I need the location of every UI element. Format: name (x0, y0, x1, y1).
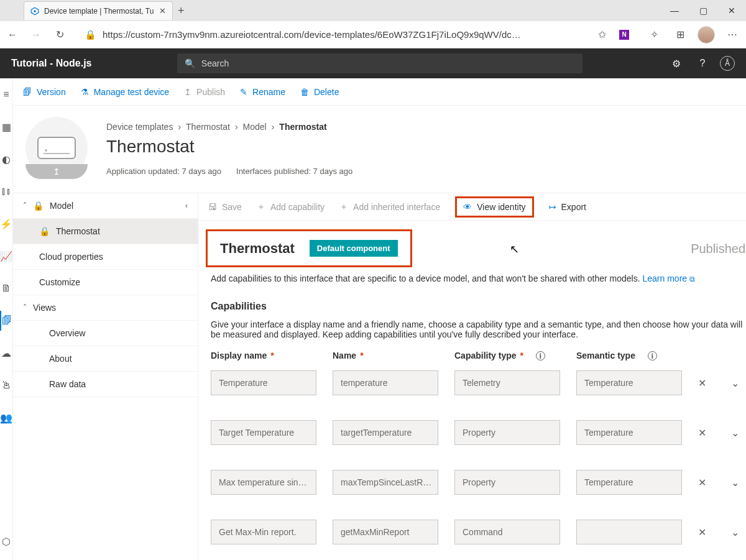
tree-node-cloud-properties[interactable]: Cloud properties (13, 244, 198, 270)
expand-row-icon[interactable]: ⌄ (731, 477, 739, 489)
chevron-up-icon: ˄ (23, 201, 27, 210)
favorites-bar-button[interactable]: ✧ (645, 29, 663, 40)
account-icon[interactable]: Å (720, 56, 735, 71)
learn-more-link[interactable]: Learn more ⧉ (643, 273, 695, 283)
rail-analytics-icon[interactable]: ⫿⫾ (0, 181, 12, 201)
delete-row-icon[interactable]: ✕ (698, 427, 706, 439)
rail-menu-icon[interactable]: ≡ (0, 85, 12, 104)
expand-row-icon[interactable]: ⌄ (731, 377, 739, 389)
semantic-type-select[interactable] (576, 520, 682, 544)
profile-avatar[interactable] (698, 26, 715, 44)
rail-devices-icon[interactable]: ◐ (0, 149, 12, 169)
version-button[interactable]: 🗐Version (23, 87, 66, 97)
manage-test-device-button[interactable]: ⚗Manage test device (81, 87, 169, 97)
tree-node-overview[interactable]: Overview (13, 321, 198, 346)
rename-button[interactable]: ✎Rename (240, 87, 285, 97)
capabilities-description: Give your interface a display name and a… (198, 316, 746, 351)
upload-icon: ↥ (184, 87, 191, 97)
settings-icon[interactable]: ⚙ (668, 58, 685, 70)
info-icon[interactable]: i (536, 351, 545, 360)
name-input[interactable]: maxTempSinceLastR… (333, 470, 438, 495)
expand-row-icon[interactable]: ⌄ (731, 427, 739, 439)
save-button: 🖫Save (208, 202, 242, 212)
capabilities-heading: Capabilities (198, 283, 746, 316)
capability-row: Get Max-Min report. getMaxMinReport Comm… (211, 520, 746, 544)
template-avatar: ↥ (25, 117, 88, 179)
publish-button: ↥Publish (184, 87, 225, 97)
close-window-button[interactable]: ✕ (717, 0, 746, 21)
browser-tab[interactable]: Device template | Thermostat, Tu ✕ (24, 1, 173, 20)
name-input[interactable]: getMaxMinReport (333, 520, 438, 544)
rail-templates-icon[interactable]: 🗐 (0, 311, 12, 331)
forward-button: → (29, 29, 44, 40)
help-icon[interactable]: ? (694, 58, 711, 69)
maximize-button[interactable]: ▢ (689, 0, 717, 21)
display-name-input[interactable]: Temperature (211, 370, 316, 395)
page-title: Thermostat (106, 137, 352, 157)
delete-button[interactable]: 🗑Delete (300, 87, 339, 97)
rail-admin-icon[interactable]: 🖯 (0, 375, 12, 395)
capability-type-select[interactable]: Property (454, 420, 560, 445)
capability-type-select[interactable]: Property (454, 470, 560, 495)
expand-row-icon[interactable]: ⌄ (731, 526, 739, 538)
flask-icon: ⚗ (81, 87, 89, 97)
rail-jobs-icon[interactable]: ⚡ (0, 214, 12, 234)
delete-row-icon[interactable]: ✕ (698, 477, 706, 489)
collections-button[interactable]: ⊞ (671, 29, 689, 40)
app-header: Tutorial - Node.js 🔍 Search ⚙ ? Å (0, 48, 746, 78)
meta-app-updated: Application updated: 7 days ago (106, 167, 221, 176)
more-button[interactable]: ⋯ (724, 29, 741, 40)
url-text: https://custom-7rn3ymv9nm.azureiotcentra… (103, 29, 521, 40)
rename-icon: ✎ (240, 87, 247, 97)
semantic-type-select[interactable]: Temperature (576, 420, 682, 445)
rail-data-icon[interactable]: 🗎 (0, 278, 12, 298)
capability-row: Temperature temperature Telemetry Temper… (211, 370, 746, 395)
tree-node-about[interactable]: About (13, 346, 198, 372)
col-display-name: Display name * (211, 351, 316, 360)
close-tab-icon[interactable]: ✕ (159, 6, 166, 16)
refresh-button[interactable]: ↻ (52, 29, 67, 40)
name-input[interactable]: targetTemperature (333, 420, 438, 445)
new-tab-button[interactable]: + (178, 4, 185, 17)
rail-export-icon[interactable]: ☁ (0, 343, 12, 363)
rail-settings-icon[interactable]: ⬡ (0, 531, 12, 551)
content-toolbar: 🖫Save ＋Add capability ＋Add inherited int… (198, 193, 746, 221)
window-controls: — ▢ ✕ (660, 0, 746, 21)
rail-users-icon[interactable]: 👥 (0, 408, 12, 428)
capability-type-select[interactable]: Telemetry (454, 370, 560, 395)
display-name-input[interactable]: Max temperature sin… (211, 470, 316, 495)
onenote-button[interactable]: N (619, 30, 637, 40)
minimize-button[interactable]: — (660, 0, 689, 21)
tree-node-thermostat[interactable]: 🔒Thermostat (13, 219, 198, 244)
tree-node-customize[interactable]: Customize (13, 270, 198, 295)
export-button[interactable]: ↦Export (549, 202, 586, 212)
display-name-input[interactable]: Get Max-Min report. (211, 520, 316, 544)
tree-node-views[interactable]: ˄Views (13, 295, 198, 321)
display-name-input[interactable]: Target Temperature (211, 420, 316, 445)
search-box[interactable]: 🔍 Search (177, 53, 583, 73)
crumb-link[interactable]: Thermostat (186, 122, 230, 132)
semantic-type-select[interactable]: Temperature (576, 370, 682, 395)
name-input[interactable]: temperature (333, 370, 438, 395)
add-capability-button: ＋Add capability (257, 201, 325, 213)
crumb-link[interactable]: Device templates (106, 122, 173, 132)
rail-dashboard-icon[interactable]: ▦ (0, 117, 12, 137)
info-icon[interactable]: i (648, 351, 657, 360)
address-bar[interactable]: 🔒 https://custom-7rn3ymv9nm.azureiotcent… (76, 25, 584, 45)
tree-node-model[interactable]: ˄🔒Model ‹ (13, 193, 198, 219)
search-placeholder: Search (201, 58, 229, 68)
chevron-left-icon[interactable]: ‹ (185, 201, 188, 210)
delete-row-icon[interactable]: ✕ (698, 526, 706, 538)
capability-type-select[interactable]: Command (454, 520, 560, 544)
semantic-type-select[interactable]: Temperature (576, 470, 682, 495)
view-identity-button[interactable]: 👁View identity (455, 196, 533, 218)
favorite-button[interactable]: ✩ (593, 29, 610, 40)
delete-row-icon[interactable]: ✕ (698, 377, 706, 389)
tree-node-raw-data[interactable]: Raw data (13, 372, 198, 397)
trash-icon: 🗑 (300, 87, 309, 97)
capabilities-grid: Display name * Name * Capability type * … (198, 351, 746, 560)
upload-overlay-icon[interactable]: ↥ (25, 164, 88, 179)
crumb-link[interactable]: Model (243, 122, 267, 132)
rail-rules-icon[interactable]: 📈 (0, 246, 12, 266)
back-button[interactable]: ← (5, 29, 20, 40)
